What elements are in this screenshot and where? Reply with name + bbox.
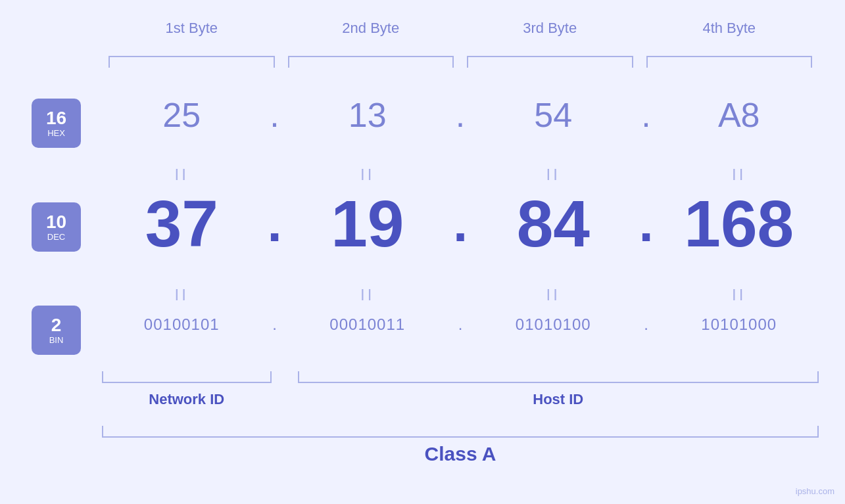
equals-1-b3: II <box>473 166 633 184</box>
bin-byte-1: 00100101 <box>102 315 262 334</box>
equals-2-b1: II <box>102 286 262 304</box>
dot-bin-2: . <box>447 315 473 334</box>
bytes-area: 1st Byte 2nd Byte 3rd Byte 4th Byte 25 .… <box>102 0 819 504</box>
dec-badge-label: DEC <box>47 232 65 242</box>
class-bar: Class A <box>102 426 819 465</box>
column-headers: 1st Byte 2nd Byte 3rd Byte 4th Byte <box>102 20 819 37</box>
bottom-brackets <box>102 371 819 383</box>
bracket-top-4 <box>646 56 813 68</box>
hex-byte-1: 25 <box>102 95 262 135</box>
dec-badge: 10 DEC <box>32 202 81 252</box>
top-brackets <box>102 56 819 68</box>
equals-1-b2: II <box>288 166 448 184</box>
bracket-bottom-network <box>102 371 272 383</box>
equals-2-b3: II <box>473 286 633 304</box>
equals-row-1: II II II II <box>102 166 819 184</box>
class-bar-line <box>102 426 819 438</box>
dec-byte-1: 37 <box>102 191 262 256</box>
equals-2-b4: II <box>660 286 819 304</box>
bracket-bottom-host <box>298 371 819 383</box>
hex-byte-2: 13 <box>288 95 448 135</box>
dec-byte-3: 84 <box>473 191 633 256</box>
dot-1: . <box>262 95 288 135</box>
dot-large-3: . <box>633 193 660 254</box>
col-header-3: 3rd Byte <box>460 20 640 37</box>
network-id-label: Network ID <box>102 391 272 408</box>
host-id-label: Host ID <box>298 391 819 408</box>
bin-badge: 2 BIN <box>32 306 81 355</box>
equals-2-b2: II <box>288 286 448 304</box>
dot-bin-3: . <box>633 315 660 334</box>
dot-2: . <box>447 95 473 135</box>
dec-badge-num: 10 <box>46 212 66 233</box>
bracket-top-3 <box>467 56 633 68</box>
hex-byte-3: 54 <box>473 95 633 135</box>
bin-byte-4: 10101000 <box>660 315 819 334</box>
equals-1-b1: II <box>102 166 262 184</box>
watermark: ipshu.com <box>796 486 834 496</box>
bracket-spacer <box>272 371 298 383</box>
class-bar-label: Class A <box>102 443 819 465</box>
dot-large-1: . <box>262 193 288 254</box>
hex-badge-num: 16 <box>46 108 66 129</box>
dot-bin-1: . <box>262 315 288 334</box>
col-header-4: 4th Byte <box>640 20 819 37</box>
bin-badge-label: BIN <box>49 335 64 345</box>
dot-3: . <box>633 95 660 135</box>
hex-row: 25 . 13 . 54 . A8 <box>102 95 819 135</box>
bin-byte-3: 01010100 <box>473 315 633 334</box>
bin-badge-num: 2 <box>51 315 62 336</box>
main-container: 16 HEX 10 DEC 2 BIN 1st Byte 2nd Byte 3r… <box>0 0 845 504</box>
col-header-1: 1st Byte <box>102 20 281 37</box>
hex-badge-label: HEX <box>47 128 65 138</box>
dec-byte-2: 19 <box>288 191 448 256</box>
dec-byte-4: 168 <box>660 191 819 256</box>
bracket-top-2 <box>288 56 454 68</box>
dec-row: 37 . 19 . 84 . 168 <box>102 191 819 256</box>
col-header-2: 2nd Byte <box>281 20 461 37</box>
bin-byte-2: 00010011 <box>288 315 448 334</box>
id-labels: Network ID Host ID <box>102 391 819 408</box>
bracket-top-1 <box>109 56 275 68</box>
bin-row: 00100101 . 00010011 . 01010100 . 1010100… <box>102 315 819 334</box>
equals-row-2: II II II II <box>102 286 819 304</box>
dot-large-2: . <box>447 193 473 254</box>
equals-1-b4: II <box>660 166 819 184</box>
hex-byte-4: A8 <box>660 95 819 135</box>
hex-badge: 16 HEX <box>32 99 81 148</box>
